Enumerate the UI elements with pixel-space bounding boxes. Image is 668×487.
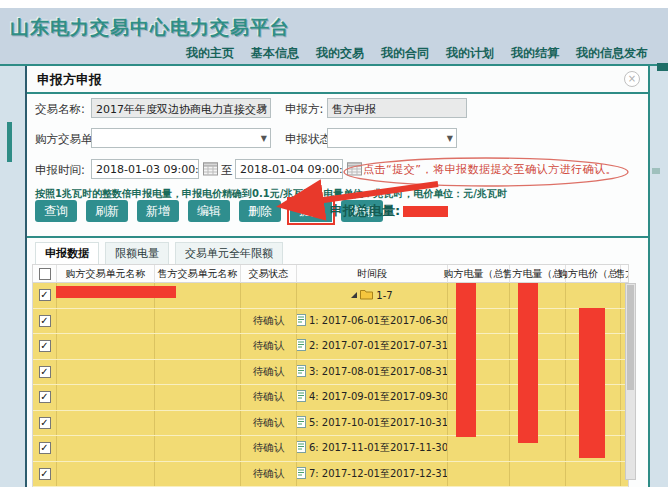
panel-title: 申报方申报 <box>37 71 102 89</box>
column-header-4: 时间段 <box>297 265 448 283</box>
table-row: ✓待确认5: 2017-10-01至2017-10-31 <box>33 411 628 437</box>
column-header-2: 售方交易单元名称 <box>155 265 241 283</box>
document-icon <box>297 339 306 351</box>
period-label: 2: 2017-07-01至2017-07-31 <box>309 339 448 353</box>
panel-header: 申报方申报 × <box>27 66 648 94</box>
trade-status-cell: 待确认 <box>241 360 297 385</box>
table-scrollbar-thumb[interactable] <box>627 285 634 390</box>
period-group-cell: 1-7 <box>297 283 448 308</box>
background-right-border <box>648 66 650 487</box>
status-select[interactable]: ▼ <box>327 128 457 148</box>
table-scrollbar[interactable] <box>625 283 636 480</box>
redacted-seller-energy-column <box>518 283 538 443</box>
toolbar-button-1[interactable]: 查询 <box>35 200 77 222</box>
column-header-1: 购方交易单元名称 <box>57 265 155 283</box>
toolbar-button-5[interactable]: 删除 <box>239 200 281 222</box>
column-header-7: 购方电价（总） <box>566 265 621 283</box>
table-row: ✓待确认2: 2017-07-01至2017-07-31 <box>33 334 628 360</box>
table-row: ✓待确认7: 2017-12-01至2017-12-31 <box>33 462 628 487</box>
table-body: ✓1-7✓待确认1: 2017-06-01至2017-06-30✓待确认2: 2… <box>33 283 628 487</box>
tab-2[interactable]: 限额电量 <box>105 242 169 264</box>
row-checkbox[interactable]: ✓ <box>39 442 51 454</box>
table-row: ✓待确认6: 2017-11-01至2017-11-30 <box>33 436 628 462</box>
time-separator: 至 <box>221 163 233 178</box>
trade-status-cell: 待确认 <box>241 411 297 436</box>
annotation-text: 点击“提交”，将申报数据提交至确认方进行确认。 <box>363 162 653 177</box>
buyer-unit-select[interactable]: ▼ <box>91 128 271 148</box>
nav-item-7[interactable]: 我的信息发布 <box>576 45 648 62</box>
column-header-8: 售方电价（总） <box>621 265 629 283</box>
trade-name-select[interactable]: 2017年年度双边协商电力直接交易▼ <box>91 98 271 118</box>
tree-expand-icon[interactable] <box>351 292 357 298</box>
time-to-field[interactable]: 2018-01-04 09:00:00 <box>235 159 343 179</box>
redacted-buyer-unit-name <box>56 286 176 298</box>
period-label: 1: 2017-06-01至2017-06-30 <box>309 314 448 328</box>
document-icon <box>297 441 306 453</box>
period-cell: 7: 2017-12-01至2017-12-31 <box>297 462 448 487</box>
period-label: 4: 2017-09-01至2017-09-30 <box>309 390 448 404</box>
tab-bar: 申报数据限额电量交易单元全年限额 <box>35 242 283 264</box>
select-all-cell <box>33 265 57 283</box>
nav-item-4[interactable]: 我的合同 <box>381 45 429 62</box>
row-checkbox[interactable]: ✓ <box>39 289 51 301</box>
period-cell: 2: 2017-07-01至2017-07-31 <box>297 334 448 359</box>
declarer-label: 申报方: <box>285 102 323 117</box>
declarer-field: 售方申报 <box>327 98 467 118</box>
toolbar-button-2[interactable]: 刷新 <box>86 200 128 222</box>
nav-item-6[interactable]: 我的结算 <box>511 45 559 62</box>
toolbar-button-3[interactable]: 新增 <box>137 200 179 222</box>
app-title: 山东电力交易中心电力交易平台 <box>10 15 290 41</box>
background-right-strip <box>649 66 668 487</box>
background-left-strip <box>0 66 25 487</box>
background-corner-accent <box>657 63 668 71</box>
period-label: 7: 2017-12-01至2017-12-31 <box>309 467 448 481</box>
row-checkbox[interactable]: ✓ <box>39 366 51 378</box>
nav-item-5[interactable]: 我的计划 <box>446 45 494 62</box>
chevron-down-icon: ▼ <box>447 134 453 143</box>
calendar-icon[interactable] <box>347 161 362 176</box>
background-left-accent <box>7 122 12 162</box>
calendar-icon[interactable] <box>203 161 218 176</box>
toolbar-button-6[interactable]: 提交 <box>290 200 332 222</box>
nav-item-3[interactable]: 我的交易 <box>316 45 364 62</box>
trade-status-cell: 待确认 <box>241 334 297 359</box>
total-declared-energy: 申报总电量: <box>330 202 448 220</box>
table-row: ✓待确认1: 2017-06-01至2017-06-30 <box>33 309 628 335</box>
column-header-5: 购方电量（总） <box>448 265 510 283</box>
total-declared-energy-label: 申报总电量: <box>330 202 400 220</box>
tab-3[interactable]: 交易单元全年限额 <box>175 242 283 264</box>
chevron-down-icon: ▼ <box>261 134 267 143</box>
table-row: ✓待确认3: 2017-08-01至2017-08-31 <box>33 360 628 386</box>
column-header-3: 交易状态 <box>241 265 297 283</box>
period-label: 3: 2017-08-01至2017-08-31 <box>309 365 448 379</box>
row-checkbox[interactable]: ✓ <box>39 315 51 327</box>
declaration-rule-note: 按照1兆瓦时的整数倍申报电量，申报电价精确到0.1元/兆瓦时；电量单位：兆瓦时，… <box>35 187 507 201</box>
time-label: 申报时间: <box>35 163 85 178</box>
declaration-panel: 申报方申报 × 交易名称: 2017年年度双边协商电力直接交易▼ 申报方: 售方… <box>25 66 648 487</box>
toolbar-button-4[interactable]: 编辑 <box>188 200 230 222</box>
document-icon <box>297 365 306 377</box>
main-nav: 我的主页基本信息我的交易我的合同我的计划我的结算我的信息发布 <box>186 45 648 62</box>
period-label: 5: 2017-10-01至2017-10-31 <box>309 416 448 430</box>
period-cell: 4: 2017-09-01至2017-09-30 <box>297 385 448 410</box>
period-cell: 3: 2017-08-01至2017-08-31 <box>297 360 448 385</box>
row-checkbox[interactable]: ✓ <box>39 340 51 352</box>
trade-status-cell: 待确认 <box>241 385 297 410</box>
redacted-total-value <box>403 206 448 217</box>
nav-item-2[interactable]: 基本信息 <box>251 45 299 62</box>
redacted-buyer-price-column <box>579 308 605 458</box>
period-cell: 1: 2017-06-01至2017-06-30 <box>297 309 448 334</box>
select-all-checkbox[interactable] <box>39 268 51 280</box>
tab-1[interactable]: 申报数据 <box>35 242 99 264</box>
trade-status-cell: 待确认 <box>241 436 297 461</box>
period-cell: 5: 2017-10-01至2017-10-31 <box>297 411 448 436</box>
row-checkbox[interactable]: ✓ <box>39 391 51 403</box>
document-icon <box>297 390 306 402</box>
row-checkbox[interactable]: ✓ <box>39 417 51 429</box>
period-label: 6: 2017-11-01至2017-11-30 <box>309 441 448 455</box>
close-icon[interactable]: × <box>624 71 640 87</box>
nav-item-1[interactable]: 我的主页 <box>186 45 234 62</box>
row-checkbox[interactable]: ✓ <box>39 468 51 480</box>
time-from-field[interactable]: 2018-01-03 09:00:00 <box>91 159 199 179</box>
chevron-down-icon: ▼ <box>261 104 267 113</box>
